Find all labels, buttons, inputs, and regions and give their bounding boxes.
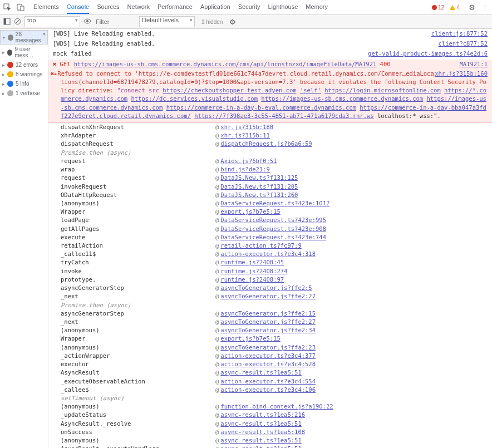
frame-location[interactable]: Axios.js?6bf0:51: [220, 157, 277, 165]
stack-frame[interactable]: request@DataJS.New.ts?f131:125: [61, 174, 492, 182]
log-row[interactable]: [WDS] Live Reloading enabled.client?c877…: [48, 39, 492, 49]
device-icon[interactable]: [17, 3, 24, 11]
sidebar-filter[interactable]: ▸8 warnings: [0, 70, 48, 79]
frame-location[interactable]: asyncToGenerator.js?ffe2:27: [220, 292, 316, 301]
frame-location[interactable]: DataServiceRequest.ts?423e:1012: [220, 199, 329, 208]
hidden-count[interactable]: 1 hidden: [201, 19, 223, 25]
stack-frame[interactable]: Wrapper@export.js?b7e5:15: [61, 334, 492, 343]
stack-frame[interactable]: (anonymous)@DataServiceRequest.ts?423e:1…: [61, 199, 492, 208]
stack-frame[interactable]: asyncGeneratorStep@asyncToGenerator.js?f…: [61, 284, 492, 292]
stack-frame[interactable]: Wrapper@export.js?b7e5:15: [61, 208, 492, 216]
stack-frame[interactable]: executor@action-executor.ts?e3c4:528: [61, 360, 492, 368]
tab-lighthouse[interactable]: Lighthouse: [268, 1, 298, 14]
more-icon[interactable]: ⋮: [481, 3, 489, 11]
frame-location[interactable]: asyncToGenerator.js?ffe2:15: [220, 309, 316, 318]
frame-location[interactable]: xhr.js?315b:180: [220, 123, 273, 131]
stack-frame[interactable]: Promise.then (async): [61, 301, 492, 309]
frame-location[interactable]: async-result.ts?1ea5:51: [220, 445, 301, 448]
stack-frame[interactable]: (anonymous)@async-result.ts?1ea5:51: [61, 436, 492, 445]
frame-location[interactable]: export.js?b7e5:15: [220, 208, 280, 216]
stack-frame[interactable]: _callee11$@action-executor.ts?e3c4:318: [61, 250, 492, 258]
frame-location[interactable]: action-executor.ts?e3c4:554: [220, 377, 316, 386]
stack-frame[interactable]: onSuccess@async-result.ts?1ea5:108: [61, 428, 492, 436]
frame-location[interactable]: action-executor.ts?e3c4:377: [220, 352, 316, 360]
csp-url[interactable]: https://checkoutshopper-test.adyen.com: [163, 87, 296, 93]
stack-frame[interactable]: ODataHttpRequest@DataJS.New.ts?f131:260: [61, 191, 492, 199]
sidebar-filter[interactable]: ▸12 errors: [0, 60, 48, 70]
csp-url[interactable]: https://7f398ae3-3c55-4851-ab71-471a6179…: [194, 112, 373, 119]
stack-frame[interactable]: AsyncResult._executeHandlers@async-resul…: [61, 445, 492, 448]
frame-location[interactable]: DataServiceRequest.ts?423e:744: [220, 233, 326, 242]
stack-frame[interactable]: _executeObservableAction@action-executor…: [61, 377, 492, 386]
stack-frame[interactable]: AsyncResult@async-result.ts?1ea5:51: [61, 368, 492, 377]
frame-location[interactable]: action-executor.ts?e3c4:528: [220, 360, 316, 368]
stack-frame[interactable]: request@Axios.js?6bf0:51: [61, 157, 492, 165]
context-selector[interactable]: top: [24, 16, 80, 27]
frame-location[interactable]: async-result.ts?1ea5:216: [220, 411, 305, 419]
stack-frame[interactable]: AsyncResult._resolve@async-result.ts?1ea…: [61, 420, 492, 428]
clear-console-icon[interactable]: [14, 18, 21, 26]
frame-location[interactable]: async-result.ts?1ea5:108: [220, 428, 305, 436]
stack-frame[interactable]: dispatchRequest@dispatchRequest.js?b6a6:…: [61, 140, 492, 148]
tab-performance[interactable]: Performance: [158, 1, 193, 14]
warning-counter[interactable]: 4: [450, 4, 460, 11]
frame-location[interactable]: retail-action.ts?fc97:9: [220, 242, 301, 250]
frame-location[interactable]: asyncToGenerator.js?ffe2:5: [220, 284, 312, 292]
sidebar-filter[interactable]: ▸5 info: [0, 79, 48, 88]
levels-selector[interactable]: Default levels: [139, 16, 195, 27]
tab-security[interactable]: Security: [238, 1, 260, 14]
frame-location[interactable]: DataJS.New.ts?f131:125: [220, 174, 298, 182]
sidebar-toggle-icon[interactable]: [3, 18, 11, 26]
stack-frame[interactable]: invoke@runtime.js?2408:274: [61, 267, 492, 275]
csp-url[interactable]: 'self': [300, 87, 321, 93]
log-row[interactable]: [WDS] Live Reloading enabled.client:js:8…: [48, 29, 492, 39]
frame-location[interactable]: DataServiceRequest.ts?423e:995: [220, 216, 326, 224]
stack-frame[interactable]: execute@DataServiceRequest.ts?423e:744: [61, 233, 492, 242]
stack-frame[interactable]: xhrAdapter@xhr.js?315b:11: [61, 131, 492, 140]
frame-location[interactable]: async-result.ts?1ea5:51: [220, 436, 301, 445]
csp-error[interactable]: ✖xhr.js?315b:160▸Refused to connect to '…: [48, 68, 492, 123]
csp-url[interactable]: https://commerce-in-a-day-b-eval.commerc…: [166, 104, 356, 111]
frame-location[interactable]: asyncToGenerator.js?ffe2:27: [220, 318, 316, 326]
log-source[interactable]: client:js:877:52: [431, 30, 488, 37]
tab-sources[interactable]: Sources: [97, 1, 119, 14]
tab-memory[interactable]: Memory: [306, 1, 328, 14]
stack-frame[interactable]: loadPage@DataServiceRequest.ts?423e:995: [61, 216, 492, 224]
csp-url[interactable]: https://images-us-sb.cms.commerce.dynami…: [261, 95, 423, 102]
frame-location[interactable]: bind.js?de21:9: [220, 165, 270, 174]
error-counter[interactable]: 12: [432, 4, 444, 11]
frame-location[interactable]: xhr.js?315b:11: [220, 131, 270, 140]
csp-url[interactable]: https://login.microsoftonline.com: [324, 87, 441, 93]
stack-frame[interactable]: _next@asyncToGenerator.js?ffe2:27: [61, 318, 492, 326]
stack-frame[interactable]: _actionWrapper@action-executor.ts?e3c4:3…: [61, 352, 492, 360]
frame-location[interactable]: DataJS.New.ts?f131:205: [220, 183, 298, 191]
filter-input[interactable]: [95, 18, 136, 26]
stack-frame[interactable]: tryCatch@runtime.js?2408:45: [61, 258, 492, 267]
eye-icon[interactable]: [83, 18, 91, 25]
frame-location[interactable]: DataServiceRequest.ts?423e:908: [220, 225, 326, 233]
stack-frame[interactable]: wrap@bind.js?de21:9: [61, 165, 492, 174]
console-settings-icon[interactable]: ⚙: [229, 18, 236, 26]
log-source[interactable]: get-valid-product-images.ts?4e2d:6: [368, 50, 488, 57]
tab-application[interactable]: Application: [200, 1, 230, 14]
sidebar-filter[interactable]: ▸26 messages: [0, 30, 48, 45]
network-error-row[interactable]: ✖ GET https://images-us-sb.cms.commerce.…: [48, 60, 492, 68]
csp-source[interactable]: xhr.js?315b:160: [435, 70, 488, 77]
stack-frame[interactable]: asyncGeneratorStep@asyncToGenerator.js?f…: [61, 309, 492, 318]
inspect-icon[interactable]: [3, 3, 11, 11]
stack-frame[interactable]: _updateStatus@async-result.ts?1ea5:216: [61, 411, 492, 419]
frame-location[interactable]: action-executor.ts?e3c4:106: [220, 386, 316, 394]
error-url[interactable]: https://images-us-sb.cms.commerce.dynami…: [74, 61, 377, 67]
frame-location[interactable]: DataJS.New.ts?f131:260: [220, 191, 298, 199]
stack-frame[interactable]: (anonymous)@asyncToGenerator.js?ffa2:23: [61, 343, 492, 352]
stack-frame[interactable]: (anonymous)@function-bind-context.js?a19…: [61, 402, 492, 411]
frame-location[interactable]: runtime.js?2408:97: [220, 275, 284, 284]
stack-frame[interactable]: dispatchXhrRequest@xhr.js?315b:180: [61, 123, 492, 131]
tab-network[interactable]: Network: [127, 1, 150, 14]
stack-frame[interactable]: getAllPages@DataServiceRequest.ts?423e:9…: [61, 225, 492, 233]
csp-url[interactable]: https://dc.services.visualstudio.com: [131, 95, 258, 102]
tab-console[interactable]: Console: [67, 1, 89, 14]
stack-frame[interactable]: invokeRequest@DataJS.New.ts?f131:205: [61, 183, 492, 191]
stack-frame[interactable]: setTimeout (async): [61, 394, 492, 402]
frame-location[interactable]: action-executor.ts?e3c4:318: [220, 250, 316, 258]
